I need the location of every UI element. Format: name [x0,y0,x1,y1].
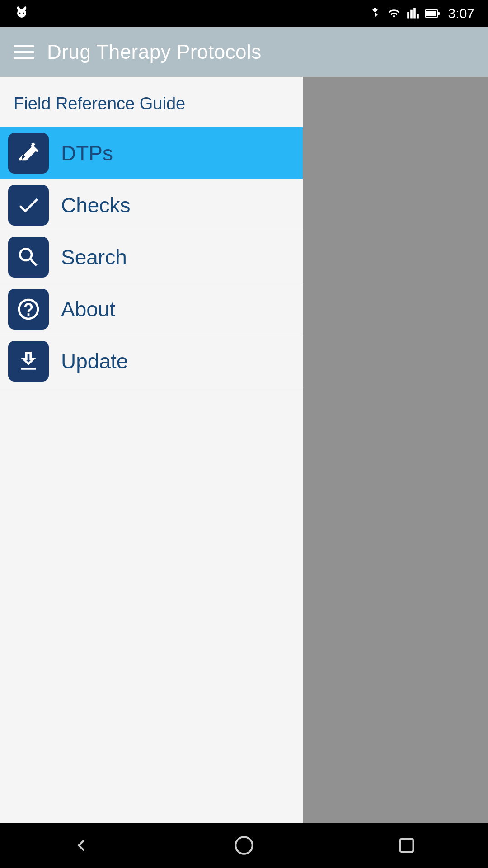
about-icon-wrapper [5,286,52,333]
nav-item-dtps[interactable]: DTPs [0,127,303,179]
bluetooth-icon [369,7,381,20]
status-bar: 3:07 [0,0,488,27]
hamburger-button[interactable] [14,45,34,59]
svg-rect-7 [438,12,440,15]
nav-item-update[interactable]: Update [0,335,303,387]
wifi-icon [387,7,401,20]
dtps-icon-wrapper [5,130,52,177]
right-overlay-panel[interactable] [303,77,488,823]
bottom-nav-bar [0,823,488,868]
svg-point-4 [23,12,24,14]
status-left [14,4,33,24]
svg-point-8 [235,837,253,854]
search-icon-wrapper [5,234,52,281]
syringe-icon [16,141,41,166]
back-button[interactable] [63,827,99,863]
about-label: About [61,297,115,321]
update-icon-wrapper [5,338,52,385]
main-content: Field Reference Guide DTPs [0,77,488,823]
search-icon-box [8,237,49,278]
dtps-label: DTPs [61,141,113,165]
check-icon [16,193,41,218]
nav-item-checks[interactable]: Checks [0,179,303,231]
home-button[interactable] [226,827,262,863]
section-header: Field Reference Guide [0,77,303,127]
section-title: Field Reference Guide [14,94,185,113]
app-bar: Drug Therapy Protocols [0,27,488,77]
android-icon [14,4,30,24]
dtps-icon-box [8,133,49,174]
status-right: 3:07 [369,6,474,21]
recent-apps-button[interactable] [389,827,425,863]
status-time: 3:07 [448,6,474,21]
nav-panel: Field Reference Guide DTPs [0,77,303,823]
search-icon [16,245,41,270]
svg-point-3 [19,12,21,14]
update-icon-box [8,341,49,382]
update-label: Update [61,349,128,373]
status-icons [369,7,441,20]
svg-rect-9 [400,839,413,852]
signal-icon [407,7,419,20]
checks-label: Checks [61,193,130,217]
download-icon [16,349,41,374]
search-label: Search [61,245,127,269]
battery-icon [425,7,441,20]
app-title: Drug Therapy Protocols [47,41,262,63]
svg-rect-6 [426,11,436,16]
nav-item-search[interactable]: Search [0,231,303,283]
nav-item-about[interactable]: About [0,283,303,335]
checks-icon-box [8,185,49,226]
question-icon [16,297,41,322]
checks-icon-wrapper [5,182,52,229]
about-icon-box [8,289,49,330]
